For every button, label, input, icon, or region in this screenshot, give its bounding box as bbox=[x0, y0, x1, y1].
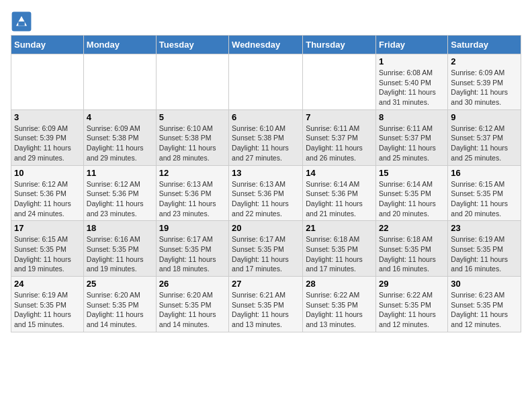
day-cell bbox=[156, 54, 228, 110]
day-cell bbox=[303, 54, 376, 110]
day-number: 7 bbox=[306, 112, 373, 122]
day-cell: 10Sunrise: 6:12 AMSunset: 5:36 PMDayligh… bbox=[11, 165, 84, 221]
day-info: Sunrise: 6:23 AMSunset: 5:35 PMDaylight:… bbox=[451, 290, 518, 330]
day-number: 17 bbox=[14, 223, 81, 233]
day-cell: 5Sunrise: 6:10 AMSunset: 5:38 PMDaylight… bbox=[156, 109, 228, 165]
day-info: Sunrise: 6:21 AMSunset: 5:35 PMDaylight:… bbox=[232, 290, 300, 330]
week-row-4: 17Sunrise: 6:15 AMSunset: 5:35 PMDayligh… bbox=[11, 221, 521, 277]
weekday-header-thursday: Thursday bbox=[303, 36, 376, 54]
day-cell: 15Sunrise: 6:14 AMSunset: 5:35 PMDayligh… bbox=[376, 165, 448, 221]
day-info: Sunrise: 6:12 AMSunset: 5:37 PMDaylight:… bbox=[451, 124, 518, 163]
day-info: Sunrise: 6:10 AMSunset: 5:38 PMDaylight:… bbox=[159, 124, 226, 163]
day-cell: 4Sunrise: 6:09 AMSunset: 5:38 PMDaylight… bbox=[83, 109, 156, 165]
day-number: 2 bbox=[451, 56, 518, 66]
day-number: 19 bbox=[159, 223, 226, 233]
weekday-header-wednesday: Wednesday bbox=[229, 36, 303, 54]
day-info: Sunrise: 6:10 AMSunset: 5:38 PMDaylight:… bbox=[232, 124, 300, 163]
day-cell: 9Sunrise: 6:12 AMSunset: 5:37 PMDaylight… bbox=[448, 109, 521, 165]
day-number: 24 bbox=[14, 279, 81, 289]
day-cell: 12Sunrise: 6:13 AMSunset: 5:36 PMDayligh… bbox=[156, 165, 228, 221]
day-info: Sunrise: 6:20 AMSunset: 5:35 PMDaylight:… bbox=[87, 290, 153, 330]
day-cell: 21Sunrise: 6:18 AMSunset: 5:35 PMDayligh… bbox=[303, 221, 376, 277]
day-info: Sunrise: 6:09 AMSunset: 5:38 PMDaylight:… bbox=[87, 124, 153, 163]
day-info: Sunrise: 6:14 AMSunset: 5:36 PMDaylight:… bbox=[306, 179, 373, 219]
day-number: 20 bbox=[232, 223, 300, 233]
weekday-header-sunday: Sunday bbox=[11, 36, 84, 54]
day-cell: 6Sunrise: 6:10 AMSunset: 5:38 PMDaylight… bbox=[229, 109, 303, 165]
week-row-5: 24Sunrise: 6:19 AMSunset: 5:35 PMDayligh… bbox=[11, 277, 521, 332]
day-cell: 29Sunrise: 6:22 AMSunset: 5:35 PMDayligh… bbox=[376, 277, 448, 332]
day-info: Sunrise: 6:20 AMSunset: 5:35 PMDaylight:… bbox=[159, 290, 226, 330]
day-info: Sunrise: 6:09 AMSunset: 5:39 PMDaylight:… bbox=[14, 124, 81, 163]
day-cell: 13Sunrise: 6:13 AMSunset: 5:36 PMDayligh… bbox=[229, 165, 303, 221]
day-number: 30 bbox=[451, 279, 518, 289]
day-number: 21 bbox=[306, 223, 373, 233]
week-row-2: 3Sunrise: 6:09 AMSunset: 5:39 PMDaylight… bbox=[11, 109, 521, 165]
weekday-header-row: SundayMondayTuesdayWednesdayThursdayFrid… bbox=[11, 36, 521, 54]
day-number: 15 bbox=[379, 168, 445, 178]
day-info: Sunrise: 6:22 AMSunset: 5:35 PMDaylight:… bbox=[379, 290, 445, 330]
day-cell: 24Sunrise: 6:19 AMSunset: 5:35 PMDayligh… bbox=[11, 277, 84, 332]
day-info: Sunrise: 6:11 AMSunset: 5:37 PMDaylight:… bbox=[379, 124, 445, 163]
day-cell: 20Sunrise: 6:17 AMSunset: 5:35 PMDayligh… bbox=[229, 221, 303, 277]
day-number: 12 bbox=[159, 168, 226, 178]
day-cell: 1Sunrise: 6:08 AMSunset: 5:40 PMDaylight… bbox=[376, 54, 448, 110]
day-number: 9 bbox=[451, 112, 518, 122]
day-number: 4 bbox=[87, 112, 153, 122]
day-number: 13 bbox=[232, 168, 300, 178]
day-number: 22 bbox=[379, 223, 445, 233]
day-number: 27 bbox=[232, 279, 300, 289]
day-number: 29 bbox=[379, 279, 445, 289]
day-number: 18 bbox=[87, 223, 153, 233]
day-number: 1 bbox=[379, 56, 445, 66]
day-cell: 14Sunrise: 6:14 AMSunset: 5:36 PMDayligh… bbox=[303, 165, 376, 221]
day-info: Sunrise: 6:09 AMSunset: 5:39 PMDaylight:… bbox=[451, 68, 518, 107]
day-number: 3 bbox=[14, 112, 81, 122]
day-cell: 16Sunrise: 6:15 AMSunset: 5:35 PMDayligh… bbox=[448, 165, 521, 221]
week-row-1: 1Sunrise: 6:08 AMSunset: 5:40 PMDaylight… bbox=[11, 54, 521, 110]
day-info: Sunrise: 6:17 AMSunset: 5:35 PMDaylight:… bbox=[232, 234, 300, 274]
day-info: Sunrise: 6:13 AMSunset: 5:36 PMDaylight:… bbox=[159, 179, 226, 219]
day-cell: 19Sunrise: 6:17 AMSunset: 5:35 PMDayligh… bbox=[156, 221, 228, 277]
day-info: Sunrise: 6:12 AMSunset: 5:36 PMDaylight:… bbox=[87, 179, 153, 219]
day-info: Sunrise: 6:18 AMSunset: 5:35 PMDaylight:… bbox=[379, 234, 445, 274]
day-info: Sunrise: 6:19 AMSunset: 5:35 PMDaylight:… bbox=[451, 234, 518, 274]
day-info: Sunrise: 6:16 AMSunset: 5:35 PMDaylight:… bbox=[87, 234, 153, 274]
day-number: 16 bbox=[451, 168, 518, 178]
day-info: Sunrise: 6:14 AMSunset: 5:35 PMDaylight:… bbox=[379, 179, 445, 219]
day-cell bbox=[229, 54, 303, 110]
day-number: 28 bbox=[306, 279, 373, 289]
weekday-header-saturday: Saturday bbox=[448, 36, 521, 54]
calendar-table: SundayMondayTuesdayWednesdayThursdayFrid… bbox=[11, 35, 521, 332]
day-info: Sunrise: 6:15 AMSunset: 5:35 PMDaylight:… bbox=[451, 179, 518, 219]
day-cell: 18Sunrise: 6:16 AMSunset: 5:35 PMDayligh… bbox=[83, 221, 156, 277]
day-cell: 22Sunrise: 6:18 AMSunset: 5:35 PMDayligh… bbox=[376, 221, 448, 277]
day-cell bbox=[11, 54, 84, 110]
day-info: Sunrise: 6:19 AMSunset: 5:35 PMDaylight:… bbox=[14, 290, 81, 330]
day-cell: 26Sunrise: 6:20 AMSunset: 5:35 PMDayligh… bbox=[156, 277, 228, 332]
day-cell: 11Sunrise: 6:12 AMSunset: 5:36 PMDayligh… bbox=[83, 165, 156, 221]
day-number: 26 bbox=[159, 279, 226, 289]
week-row-3: 10Sunrise: 6:12 AMSunset: 5:36 PMDayligh… bbox=[11, 165, 521, 221]
day-number: 14 bbox=[306, 168, 373, 178]
svg-rect-2 bbox=[18, 21, 25, 26]
day-cell: 28Sunrise: 6:22 AMSunset: 5:35 PMDayligh… bbox=[303, 277, 376, 332]
day-number: 25 bbox=[87, 279, 153, 289]
day-info: Sunrise: 6:22 AMSunset: 5:35 PMDaylight:… bbox=[306, 290, 373, 330]
day-info: Sunrise: 6:15 AMSunset: 5:35 PMDaylight:… bbox=[14, 234, 81, 274]
day-number: 8 bbox=[379, 112, 445, 122]
day-info: Sunrise: 6:18 AMSunset: 5:35 PMDaylight:… bbox=[306, 234, 373, 274]
day-cell: 3Sunrise: 6:09 AMSunset: 5:39 PMDaylight… bbox=[11, 109, 84, 165]
day-cell: 2Sunrise: 6:09 AMSunset: 5:39 PMDaylight… bbox=[448, 54, 521, 110]
day-cell: 17Sunrise: 6:15 AMSunset: 5:35 PMDayligh… bbox=[11, 221, 84, 277]
day-cell: 23Sunrise: 6:19 AMSunset: 5:35 PMDayligh… bbox=[448, 221, 521, 277]
day-cell: 7Sunrise: 6:11 AMSunset: 5:37 PMDaylight… bbox=[303, 109, 376, 165]
weekday-header-monday: Monday bbox=[83, 36, 156, 54]
weekday-header-friday: Friday bbox=[376, 36, 448, 54]
day-cell: 30Sunrise: 6:23 AMSunset: 5:35 PMDayligh… bbox=[448, 277, 521, 332]
day-number: 10 bbox=[14, 168, 81, 178]
day-info: Sunrise: 6:08 AMSunset: 5:40 PMDaylight:… bbox=[379, 68, 445, 107]
page-header bbox=[11, 11, 521, 32]
day-info: Sunrise: 6:11 AMSunset: 5:37 PMDaylight:… bbox=[306, 124, 373, 163]
day-cell: 25Sunrise: 6:20 AMSunset: 5:35 PMDayligh… bbox=[83, 277, 156, 332]
